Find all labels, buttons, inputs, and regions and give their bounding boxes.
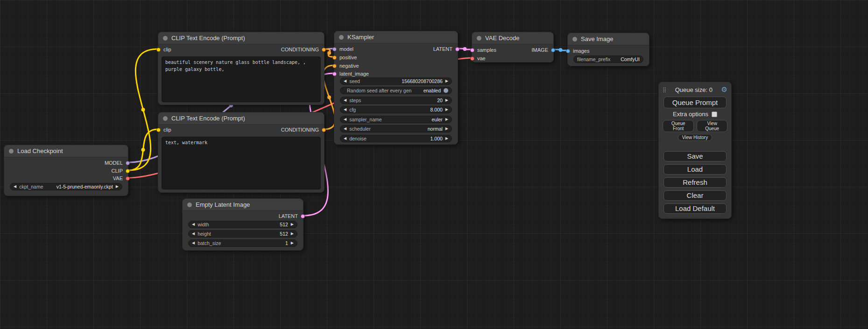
decrement-arrow-icon[interactable]: ◀: [344, 108, 346, 112]
increment-arrow-icon[interactable]: ▶: [291, 223, 294, 226]
node-ksampler[interactable]: KSampler model positive negative latent_…: [334, 31, 458, 145]
widget-width[interactable]: ◀ width 512 ▶: [188, 221, 297, 228]
node-title-bar[interactable]: CLIP Text Encode (Prompt): [158, 112, 324, 125]
widget-denoise[interactable]: ◀ denoise 1.000 ▶: [340, 135, 452, 142]
widget-height[interactable]: ◀ height 512 ▶: [188, 230, 297, 238]
queue-front-button[interactable]: Queue Front: [663, 120, 694, 132]
conditioning-output-dot[interactable]: [322, 128, 326, 132]
widget-batch-size[interactable]: ◀ batch_size 1 ▶: [188, 239, 297, 247]
save-button[interactable]: Save: [663, 151, 727, 161]
output-slot-conditioning[interactable]: CONDITIONING: [281, 46, 326, 53]
output-slot-latent[interactable]: LATENT: [279, 212, 305, 220]
node-vae-decode[interactable]: VAE Decode samples vae IMAGE: [472, 32, 554, 63]
node-title-bar[interactable]: VAE Decode: [472, 32, 553, 44]
input-slot-clip[interactable]: clip: [156, 126, 171, 133]
clip-input-dot[interactable]: [156, 128, 161, 132]
load-button[interactable]: Load: [663, 164, 727, 175]
increment-arrow-icon[interactable]: ▶: [445, 98, 448, 102]
widget-ckpt-name[interactable]: ◀ ckpt_name v1-5-pruned-emaonly.ckpt ▶: [10, 183, 122, 190]
positive-prompt-textarea[interactable]: beautiful scenery nature glass bottle la…: [162, 56, 321, 102]
decrement-arrow-icon[interactable]: ◀: [192, 241, 195, 245]
latent-output-dot[interactable]: [455, 47, 459, 51]
decrement-arrow-icon[interactable]: ◀: [344, 98, 346, 102]
node-title-bar[interactable]: Load Checkpoint: [4, 145, 128, 157]
output-slot-image[interactable]: IMAGE: [532, 46, 555, 54]
widget-filename-prefix[interactable]: filename_prefix ComfyUI: [573, 56, 643, 63]
increment-arrow-icon[interactable]: ▶: [291, 241, 294, 245]
conditioning-output-dot[interactable]: [322, 48, 326, 52]
collapse-dot[interactable]: [477, 36, 481, 41]
decrement-arrow-icon[interactable]: ◀: [344, 137, 346, 140]
collapse-dot[interactable]: [572, 37, 577, 42]
negative-prompt-textarea[interactable]: text, watermark: [162, 137, 321, 189]
decrement-arrow-icon[interactable]: ◀: [344, 127, 346, 131]
collapse-dot[interactable]: [9, 149, 14, 154]
input-slot-images[interactable]: images: [566, 47, 589, 55]
model-output-dot[interactable]: [126, 161, 130, 165]
images-input-dot[interactable]: [566, 49, 570, 53]
increment-arrow-icon[interactable]: ▶: [445, 118, 448, 121]
toggle-dot[interactable]: [444, 88, 448, 93]
settings-gear-icon[interactable]: ⚙: [721, 85, 727, 94]
clear-button[interactable]: Clear: [663, 190, 727, 201]
increment-arrow-icon[interactable]: ▶: [291, 232, 294, 236]
model-input-dot[interactable]: [332, 47, 337, 51]
collapse-dot[interactable]: [339, 35, 344, 40]
increment-arrow-icon[interactable]: ▶: [445, 127, 448, 131]
refresh-button[interactable]: Refresh: [663, 177, 727, 188]
input-slot-latent-image[interactable]: latent_image: [332, 70, 369, 77]
widget-scheduler[interactable]: ◀ scheduler normal ▶: [340, 125, 452, 133]
widget-steps[interactable]: ◀ steps 20 ▶: [340, 97, 452, 104]
node-title-bar[interactable]: CLIP Text Encode (Prompt): [158, 32, 324, 44]
widget-cfg[interactable]: ◀ cfg 8.000 ▶: [340, 106, 452, 113]
collapse-dot[interactable]: [163, 116, 168, 121]
increment-arrow-icon[interactable]: ▶: [445, 79, 448, 83]
widget-random-seed[interactable]: Random seed after every gen enabled: [340, 87, 452, 94]
output-slot-latent[interactable]: LATENT: [433, 45, 459, 53]
clip-input-dot[interactable]: [156, 48, 161, 52]
latent-input-dot[interactable]: [332, 72, 337, 76]
positive-input-dot[interactable]: [332, 56, 337, 60]
node-title-bar[interactable]: Save Image: [568, 33, 649, 45]
decrement-arrow-icon[interactable]: ◀: [344, 118, 346, 121]
vae-output-dot[interactable]: [126, 176, 130, 181]
increment-arrow-icon[interactable]: ▶: [116, 185, 119, 189]
decrement-arrow-icon[interactable]: ◀: [192, 223, 195, 226]
node-graph-canvas[interactable]: Load Checkpoint MODEL CLIP VAE ◀ ckpt_na…: [0, 0, 868, 329]
decrement-arrow-icon[interactable]: ◀: [14, 185, 16, 189]
samples-input-dot[interactable]: [470, 48, 474, 52]
vae-input-dot[interactable]: [470, 56, 474, 61]
output-slot-clip[interactable]: CLIP: [112, 167, 130, 175]
decrement-arrow-icon[interactable]: ◀: [192, 232, 195, 236]
collapse-dot[interactable]: [163, 36, 168, 41]
input-slot-model[interactable]: model: [332, 45, 353, 53]
node-clip-text-encode-negative[interactable]: CLIP Text Encode (Prompt) clip CONDITION…: [158, 112, 325, 193]
load-default-button[interactable]: Load Default: [663, 203, 727, 214]
input-slot-samples[interactable]: samples: [470, 46, 496, 54]
menu-drag-handle-icon[interactable]: ⣿: [663, 87, 666, 93]
output-slot-conditioning[interactable]: CONDITIONING: [281, 126, 326, 133]
input-slot-positive[interactable]: positive: [332, 54, 357, 61]
extra-options-checkbox[interactable]: [712, 112, 717, 117]
input-slot-vae[interactable]: vae: [470, 55, 486, 62]
node-load-checkpoint[interactable]: Load Checkpoint MODEL CLIP VAE ◀ ckpt_na…: [4, 145, 128, 196]
view-queue-button[interactable]: View Queue: [697, 120, 727, 132]
image-output-dot[interactable]: [551, 48, 555, 52]
node-title-bar[interactable]: KSampler: [334, 31, 458, 43]
node-clip-text-encode-positive[interactable]: CLIP Text Encode (Prompt) clip CONDITION…: [158, 32, 325, 105]
widget-seed[interactable]: ◀ seed 156680208700286 ▶: [340, 77, 452, 85]
input-slot-clip[interactable]: clip: [156, 46, 171, 53]
view-history-button[interactable]: View History: [678, 134, 712, 141]
latent-output-dot[interactable]: [301, 214, 305, 218]
input-slot-negative[interactable]: negative: [332, 62, 359, 70]
node-empty-latent-image[interactable]: Empty Latent Image LATENT ◀ width 512 ▶ …: [182, 198, 303, 251]
queue-prompt-button[interactable]: Queue Prompt: [663, 97, 727, 108]
increment-arrow-icon[interactable]: ▶: [445, 137, 448, 140]
output-slot-vae[interactable]: VAE: [113, 175, 130, 182]
clip-output-dot[interactable]: [126, 169, 130, 173]
collapse-dot[interactable]: [187, 203, 192, 207]
decrement-arrow-icon[interactable]: ◀: [344, 79, 346, 83]
node-title-bar[interactable]: Empty Latent Image: [183, 199, 303, 211]
negative-input-dot[interactable]: [332, 64, 337, 68]
widget-sampler-name[interactable]: ◀ sampler_name euler ▶: [340, 116, 452, 123]
